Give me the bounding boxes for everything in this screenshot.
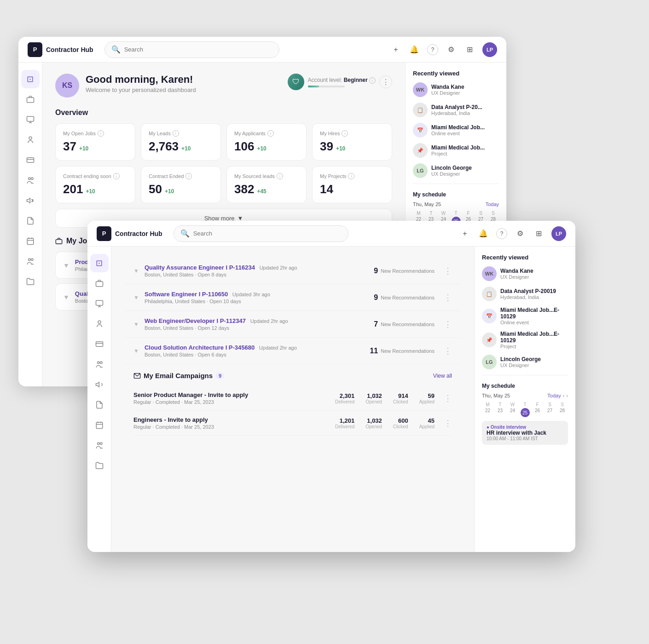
sidebar-front-team[interactable] bbox=[90, 436, 109, 454]
front-job-more-qa[interactable]: ⋮ bbox=[444, 266, 452, 276]
help-icon-front[interactable]: ? bbox=[496, 228, 507, 239]
stat-value-leads: 2,763 +10 bbox=[149, 139, 213, 154]
schedule-event-card-front[interactable]: ● Onsite interview HR interview with Jac… bbox=[482, 421, 568, 445]
front-job-more-sw[interactable]: ⋮ bbox=[444, 293, 452, 303]
recent-item-wanda[interactable]: WK Wanda Kane UX Designer bbox=[413, 82, 499, 97]
front-job-chevron-sw[interactable]: ▼ bbox=[133, 294, 139, 301]
cal-front-date-5[interactable]: 27 bbox=[544, 408, 556, 413]
job-chevron-job-1[interactable]: ▼ bbox=[63, 262, 70, 269]
plus-icon-back[interactable]: + bbox=[390, 44, 401, 55]
sidebar-item-card[interactable] bbox=[21, 151, 40, 169]
sidebar-item-folder[interactable] bbox=[21, 272, 40, 291]
front-job-title-cloud[interactable]: Cloud Solution Architecture I P-345680 U… bbox=[145, 344, 365, 351]
search-bar-back[interactable]: 🔍 bbox=[104, 41, 279, 58]
account-level-info: Account level: Beginner i bbox=[308, 77, 376, 87]
sidebar-item-monitor[interactable] bbox=[21, 110, 40, 129]
avatar-front[interactable]: LP bbox=[551, 226, 566, 241]
more-options-btn[interactable]: ⋮ bbox=[379, 75, 392, 88]
front-job-chevron-qa[interactable]: ▼ bbox=[133, 268, 139, 274]
front-job-chevron-web[interactable]: ▼ bbox=[133, 321, 139, 328]
sidebar-front-dashboard[interactable]: ⊡ bbox=[90, 254, 109, 272]
front-job-chevron-cloud[interactable]: ▼ bbox=[133, 348, 139, 354]
plus-icon-front[interactable]: + bbox=[459, 228, 470, 239]
sidebar-front-calendar[interactable] bbox=[90, 416, 109, 434]
logo-back: P Contractor Hub bbox=[28, 42, 93, 57]
sidebar-front-doc[interactable] bbox=[90, 396, 109, 414]
search-input-back[interactable] bbox=[124, 46, 272, 53]
recent-sub-front-miami-f2: Project bbox=[500, 344, 568, 349]
bell-icon-front[interactable]: 🔔 bbox=[478, 228, 489, 239]
recent-item-front-lincoln-f[interactable]: LG Lincoln George UX Designer bbox=[482, 355, 568, 369]
campaign-more-camp-2[interactable]: ⋮ bbox=[444, 418, 452, 428]
stats-row2: Contract ending soon i 201 +10 Contract … bbox=[55, 166, 392, 203]
bell-icon-back[interactable]: 🔔 bbox=[409, 44, 420, 55]
info-icon-contract-ending[interactable]: i bbox=[113, 173, 120, 179]
account-badge: 🛡 Account level: Beginner i ⋮ bbox=[288, 74, 392, 90]
cal-front-date-1[interactable]: 23 bbox=[494, 408, 506, 413]
campaign-more-camp-1[interactable]: ⋮ bbox=[444, 393, 452, 403]
info-icon-contract-ended[interactable]: i bbox=[185, 173, 192, 179]
sidebar-item-dashboard[interactable]: ⊡ bbox=[21, 70, 40, 88]
grid-icon-back[interactable]: ⊞ bbox=[464, 44, 475, 55]
front-job-more-web[interactable]: ⋮ bbox=[444, 319, 452, 329]
sidebar-item-people[interactable] bbox=[21, 171, 40, 190]
cal-front-date-4[interactable]: 26 bbox=[532, 408, 543, 413]
grid-icon-front[interactable]: ⊞ bbox=[533, 228, 544, 239]
recent-item-miami-2[interactable]: 📌 Miami Medical Job... Project bbox=[413, 143, 499, 158]
recent-item-lincoln[interactable]: LG Lincoln George UX Designer bbox=[413, 163, 499, 178]
view-all-campaigns-link[interactable]: View all bbox=[433, 373, 452, 379]
sidebar-front-folder[interactable] bbox=[90, 456, 109, 475]
info-icon-sourced-leads[interactable]: i bbox=[277, 173, 283, 179]
recent-item-front-wanda-f[interactable]: WK Wanda Kane UX Designer bbox=[482, 266, 568, 281]
front-job-title-qa[interactable]: Quality Assurance Engineer I P-116234 Up… bbox=[145, 264, 368, 271]
svg-point-4 bbox=[29, 137, 32, 139]
info-icon-projects[interactable]: i bbox=[348, 173, 354, 179]
search-input-front[interactable] bbox=[193, 230, 342, 237]
cal-front-date-6[interactable]: 28 bbox=[556, 408, 568, 413]
cal-front-weekday-0: M bbox=[482, 402, 493, 407]
campaigns-section: My Email Campaigns 9 View all Senior Pro… bbox=[124, 364, 461, 443]
info-icon-leads[interactable]: i bbox=[173, 130, 179, 137]
avatar-back[interactable]: LP bbox=[482, 42, 497, 57]
sidebar-item-doc[interactable] bbox=[21, 212, 40, 230]
campaign-name-camp-1[interactable]: Senior Product Manager - Invite to apply bbox=[133, 391, 330, 398]
settings-icon-back[interactable]: ⚙ bbox=[446, 44, 457, 55]
sidebar-front-monitor[interactable] bbox=[90, 294, 109, 313]
recent-item-front-miami-f1[interactable]: 📅 Miami Medical Job...E-10129 Online eve… bbox=[482, 307, 568, 325]
front-job-title-web[interactable]: Web Engineer/Developer I P-112347 Update… bbox=[145, 317, 368, 324]
job-chevron-job-2[interactable]: ▼ bbox=[63, 293, 70, 301]
campaign-stat-camp-1-Applied: 59 Applied bbox=[419, 392, 435, 404]
campaign-name-camp-2[interactable]: Engineers - Invite to apply bbox=[133, 416, 330, 423]
prev-btn-front[interactable]: ‹ bbox=[563, 393, 565, 398]
sidebar-item-briefcase[interactable] bbox=[21, 90, 40, 109]
front-job-title-sw[interactable]: Software Engineer I P-110650 Updated 3hr… bbox=[145, 291, 368, 298]
cal-front-date-2[interactable]: 24 bbox=[507, 408, 518, 413]
info-icon-open-jobs[interactable]: i bbox=[98, 130, 104, 137]
sidebar-item-megaphone[interactable] bbox=[21, 191, 40, 210]
search-bar-front[interactable]: 🔍 bbox=[174, 225, 348, 242]
front-job-more-cloud[interactable]: ⋮ bbox=[444, 346, 452, 356]
shield-icon: 🛡 bbox=[288, 74, 304, 90]
sidebar-front-briefcase[interactable] bbox=[90, 274, 109, 293]
settings-icon-front[interactable]: ⚙ bbox=[515, 228, 526, 239]
next-btn-front[interactable]: › bbox=[566, 393, 568, 398]
today-btn-front[interactable]: Today bbox=[547, 393, 561, 398]
recent-item-data-analyst[interactable]: 📋 Data Analyst P-20... Hyderabad, India bbox=[413, 103, 499, 117]
info-icon-applicants[interactable]: i bbox=[267, 130, 274, 137]
sidebar-front-person[interactable] bbox=[90, 315, 109, 333]
recent-item-miami-1[interactable]: 📅 Miami Medical Job... Online event bbox=[413, 123, 499, 138]
sidebar-front-card[interactable] bbox=[90, 335, 109, 353]
recent-item-front-miami-f2[interactable]: 📌 Miami Medical Job...E-10129 Project bbox=[482, 331, 568, 349]
sidebar-item-person[interactable] bbox=[21, 131, 40, 149]
cal-front-date-0[interactable]: 22 bbox=[482, 408, 493, 413]
sidebar-front-people[interactable] bbox=[90, 355, 109, 374]
sidebar-front-megaphone[interactable] bbox=[90, 375, 109, 394]
sidebar-item-team[interactable] bbox=[21, 252, 40, 270]
schedule-today-btn[interactable]: Today bbox=[486, 201, 499, 207]
sidebar-item-calendar[interactable] bbox=[21, 232, 40, 250]
account-level-info-icon[interactable]: i bbox=[369, 77, 376, 84]
help-icon-back[interactable]: ? bbox=[427, 44, 438, 55]
recent-item-front-data-f[interactable]: 📋 Data Analyst P-20019 Hyderabad, India bbox=[482, 287, 568, 301]
info-icon-hires[interactable]: i bbox=[342, 130, 348, 137]
cal-front-weekday-3: T bbox=[519, 402, 531, 407]
